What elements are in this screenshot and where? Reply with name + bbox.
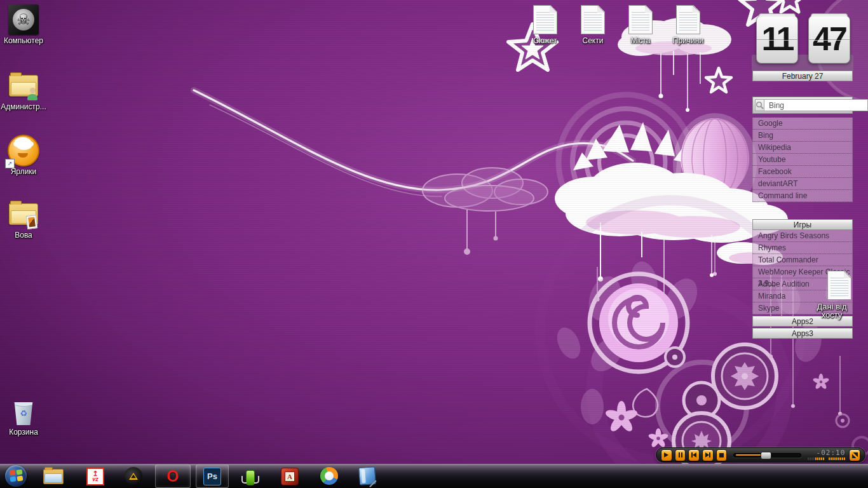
taskbar-qip-button[interactable] xyxy=(241,466,259,485)
desktop-icon-label: Администр... xyxy=(0,103,47,111)
app-item[interactable]: Angry Birds Seasons xyxy=(752,230,853,242)
text-document-icon xyxy=(672,4,704,36)
taskbar-mediaget-button[interactable] xyxy=(320,467,338,485)
search-icon xyxy=(756,101,764,109)
text-document-icon xyxy=(824,269,855,301)
opera-icon: O xyxy=(166,467,179,485)
qip-icon xyxy=(241,466,259,485)
shortcut-arrow-icon: ↗ xyxy=(5,159,15,168)
taskbar: ↥ vz O Ps A xyxy=(0,464,868,488)
desktop-icon-admin-folder[interactable]: Администр... xyxy=(0,70,47,111)
desktop-icon-label: Секти xyxy=(569,37,616,45)
clock-minutes-card: 47 xyxy=(808,15,850,64)
app-item[interactable]: Total Commander xyxy=(752,254,853,266)
desktop-icon-document[interactable]: Міста xyxy=(617,4,664,45)
search-engine-item[interactable]: Bing xyxy=(752,130,853,142)
sheep-icon: ↗ xyxy=(8,135,39,166)
search-engine-item[interactable]: Facebook xyxy=(752,166,853,178)
taskbar-explorer-button[interactable] xyxy=(43,469,64,484)
desktop-icon-label: Сюжет xyxy=(522,37,569,45)
play-icon xyxy=(664,452,668,458)
recycle-bin-icon: ♻ xyxy=(8,395,39,427)
taskbar-opera-button[interactable]: O xyxy=(155,464,191,488)
search-input[interactable] xyxy=(764,99,868,111)
eject-button[interactable] xyxy=(849,449,860,461)
computer-icon: ☠ xyxy=(8,4,39,36)
desktop-screen: ☠ Компьютер Администр... ↗ Ярлики Вова ♻ xyxy=(0,0,868,488)
previous-button[interactable] xyxy=(688,449,700,461)
windows-logo-icon xyxy=(5,465,27,487)
clock-widget: 11 47 February 27 xyxy=(752,15,853,82)
app-item[interactable]: Rhymes xyxy=(752,242,853,254)
desktop-icon-label: Компьютер xyxy=(0,37,47,45)
media-display: -02:10 xyxy=(806,450,845,460)
search-engine-list: Google Bing Wikipedia Youtube Facebook d… xyxy=(752,118,853,202)
desktop-icon-document[interactable]: Дані від хосту xyxy=(816,269,863,319)
media-time: -02:10 xyxy=(817,450,846,456)
text-document-icon xyxy=(529,4,561,36)
taskbar-notebook-button[interactable] xyxy=(359,467,376,485)
eject-icon xyxy=(852,452,858,458)
desktop-icon-shortcuts[interactable]: ↗ Ярлики xyxy=(0,135,47,176)
next-button[interactable] xyxy=(702,449,714,461)
seek-slider-knob[interactable] xyxy=(761,452,771,459)
text-document-icon xyxy=(577,4,609,36)
user-folder-icon xyxy=(8,70,39,102)
recycle-glyph: ♻ xyxy=(13,409,34,418)
explorer-icon xyxy=(43,469,64,484)
search-engine-item[interactable]: Google xyxy=(752,118,853,130)
alphabet-cube-icon: A xyxy=(281,468,299,485)
clock-hours-card: 11 xyxy=(756,15,798,64)
search-widget: Google Bing Wikipedia Youtube Facebook d… xyxy=(752,97,853,202)
wallpaper xyxy=(0,0,868,488)
apps-group-games-button[interactable]: Игры xyxy=(752,219,853,230)
search-engine-item[interactable]: Command line xyxy=(752,190,853,202)
notebook-pen-icon xyxy=(358,466,376,485)
media-player-bar: -02:10 xyxy=(656,447,865,463)
start-button[interactable] xyxy=(5,465,27,487)
desktop-icon-document[interactable]: Сюжет xyxy=(522,4,569,45)
desktop-icon-label: Дані від хосту xyxy=(810,302,854,319)
search-box xyxy=(752,97,853,114)
pause-button[interactable] xyxy=(675,449,686,461)
stop-icon xyxy=(719,453,724,458)
taskbar-photoshop-button[interactable]: Ps xyxy=(196,464,229,488)
vz-uploader-icon: ↥ vz xyxy=(86,468,104,485)
mediaget-icon xyxy=(320,467,338,485)
clock-date-bar: February 27 xyxy=(752,71,853,81)
photoshop-icon: Ps xyxy=(203,468,221,485)
taskbar-aimp-button[interactable] xyxy=(125,467,142,485)
desktop-icon-label: Корзина xyxy=(0,428,47,437)
seek-slider[interactable] xyxy=(733,453,801,458)
taskbar-abc-cube-button[interactable]: A xyxy=(281,468,299,485)
pause-icon xyxy=(679,452,680,458)
text-document-icon xyxy=(625,4,656,36)
search-engine-item[interactable]: deviantART xyxy=(752,178,853,190)
skull-icon: ☠ xyxy=(13,9,34,30)
desktop-icon-document[interactable]: Секти xyxy=(569,4,616,45)
pictures-folder-icon xyxy=(8,198,39,230)
stop-button[interactable] xyxy=(716,449,728,461)
search-engine-item[interactable]: Youtube xyxy=(752,154,853,166)
apps-group-apps3-button[interactable]: Apps3 xyxy=(752,328,853,339)
desktop-icon-vova-folder[interactable]: Вова xyxy=(0,198,47,240)
desktop-icon-recycle-bin[interactable]: ♻ Корзина xyxy=(0,395,47,437)
desktop-icon-document[interactable]: Причини xyxy=(665,4,712,45)
taskbar-vz-button[interactable]: ↥ vz xyxy=(86,468,104,485)
desktop-icon-label: Ярлики xyxy=(0,168,47,176)
aimp-icon xyxy=(125,467,142,485)
play-button[interactable] xyxy=(661,449,672,461)
search-button[interactable] xyxy=(755,99,764,111)
desktop-icon-label: Міста xyxy=(617,37,664,45)
search-engine-item[interactable]: Wikipedia xyxy=(752,142,853,154)
media-meters xyxy=(808,458,845,460)
desktop-icon-computer[interactable]: ☠ Компьютер xyxy=(0,4,47,45)
desktop-icon-label: Причини xyxy=(665,37,712,45)
desktop-icon-label: Вова xyxy=(0,231,47,240)
